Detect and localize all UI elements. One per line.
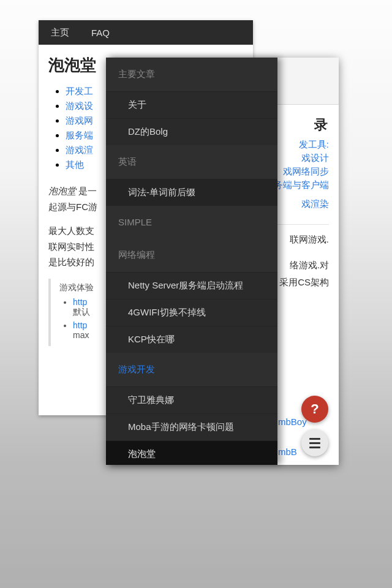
toc-link[interactable]: 其他: [66, 159, 84, 170]
drawer-item-moba[interactable]: Moba手游的网络卡顿问题: [106, 413, 277, 440]
front-toc-link[interactable]: 戏渲染: [301, 198, 329, 209]
back-nav: 主页 FAQ: [39, 20, 253, 45]
link-snippet[interactable]: mbB: [278, 447, 297, 457]
text: 络游戏.对: [290, 260, 329, 270]
hamburger-icon: [309, 447, 320, 448]
drawer-item-dzblog[interactable]: DZ的Bolg: [106, 118, 277, 145]
text: 是一: [78, 186, 97, 196]
front-toc-link[interactable]: 发工具:: [299, 139, 329, 149]
drawer-item-kcp[interactable]: KCP快在哪: [106, 326, 277, 353]
help-fab[interactable]: ?: [301, 396, 328, 423]
toc-link[interactable]: 开发工: [66, 86, 93, 96]
question-icon: ?: [311, 401, 318, 417]
bq-link[interactable]: http: [73, 297, 87, 307]
text: 采用CS架构: [279, 277, 329, 287]
drawer-section-network: 网络编程: [106, 238, 277, 272]
emphasis: 泡泡堂: [48, 186, 78, 196]
sidebar-drawer: 主要文章 关于 DZ的Bolg 英语 词法-单词前后缀 SIMPLE 网络编程 …: [106, 58, 277, 465]
link-snippet[interactable]: mbBoy: [278, 417, 307, 427]
drawer-item-about[interactable]: 关于: [106, 91, 277, 118]
front-toc-link[interactable]: 戏设计: [301, 153, 329, 163]
drawer-section-gamedev: 游戏开发: [106, 353, 277, 386]
text: 是比较好的: [48, 257, 94, 267]
text: 最大人数支: [48, 225, 94, 236]
text: 联网实时性: [48, 241, 94, 252]
hamburger-icon: [309, 442, 320, 444]
drawer-item-athena[interactable]: 守卫雅典娜: [106, 386, 277, 413]
text: 起源与FC游: [48, 202, 97, 212]
toc-link[interactable]: 游戏设: [66, 100, 93, 111]
bq-title: 游戏体验: [59, 282, 94, 292]
drawer-section-main: 主要文章: [106, 58, 277, 91]
drawer-item-4gwifi[interactable]: 4GWIFI切换不掉线: [106, 299, 277, 326]
toc-link[interactable]: 游戏网: [66, 115, 93, 126]
drawer-item-netty[interactable]: Netty Server服务端启动流程: [106, 272, 277, 299]
front-toc-link[interactable]: 戏网络同步: [283, 166, 329, 176]
toc-link[interactable]: 游戏渲: [66, 145, 93, 155]
hamburger-icon: [309, 438, 320, 440]
nav-home[interactable]: 主页: [51, 27, 69, 39]
drawer-item-paopaotang[interactable]: 泡泡堂: [106, 440, 277, 465]
nav-faq[interactable]: FAQ: [91, 28, 110, 38]
menu-fab[interactable]: [301, 429, 328, 456]
drawer-section-simple: SIMPLE: [106, 206, 277, 238]
bq-link[interactable]: http: [73, 320, 87, 330]
drawer-section-english: 英语: [106, 145, 277, 179]
drawer-item-word-affix[interactable]: 词法-单词前后缀: [106, 179, 277, 206]
toc-link[interactable]: 服务端: [66, 130, 93, 140]
front-toc-link[interactable]: 务端与客户端: [274, 179, 329, 190]
